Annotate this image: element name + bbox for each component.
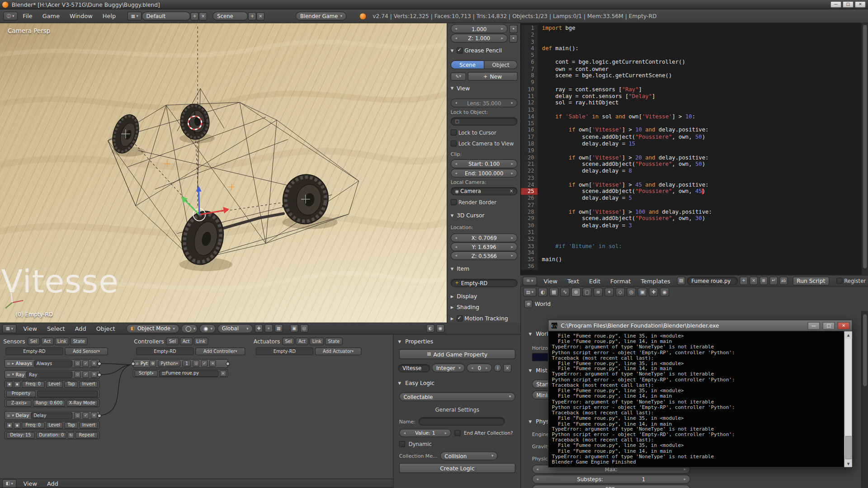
tap-toggle[interactable]: Tap [64, 422, 79, 429]
screen-layout-icon[interactable]: ▦▾ [127, 12, 142, 21]
clip-start-field[interactable]: ◂Start: 0.100▸ [451, 160, 518, 169]
scroll-up-icon[interactable]: ▲ [845, 331, 852, 338]
editor-type-icon[interactable]: ▤▾ [523, 288, 536, 297]
priority-field[interactable]: 1 [182, 360, 191, 367]
delete-layout-icon[interactable]: × [199, 12, 207, 20]
scroll-down-icon[interactable]: ▼ [845, 460, 852, 467]
item-name-field[interactable]: +Empty-RD [451, 279, 518, 287]
console-close-button[interactable]: ✕ [838, 322, 850, 329]
tab-texture[interactable]: ▣ [638, 288, 647, 297]
tab-modifiers[interactable]: ✦ [604, 288, 614, 297]
console-title-bar[interactable]: C:\ C:\Program Files\Blender Foundation\… [548, 320, 852, 331]
expand-icon[interactable]: ▾ [12, 372, 14, 377]
filename-field[interactable]: Fumee roue.py [687, 277, 738, 285]
sensor-filter-toggle[interactable]: Sel [28, 338, 40, 345]
screen-layout-field[interactable]: Default [142, 12, 191, 21]
controller-filter-toggle[interactable]: Link [193, 338, 208, 345]
add-game-property-button[interactable]: ⊞Add Game Property [399, 349, 515, 359]
console-scrollbar[interactable]: ▲ ▼ [844, 331, 852, 467]
info-menu-item[interactable]: File [18, 13, 38, 19]
text-menu-item[interactable]: Text [562, 277, 584, 284]
range-field[interactable]: Rang: 0.600 [33, 400, 65, 407]
sensor-output-socket[interactable] [98, 373, 102, 377]
word-wrap-icon[interactable]: ↵ [769, 277, 778, 285]
tab-material[interactable]: ◎ [627, 288, 636, 297]
render-border-checkbox[interactable] [451, 199, 457, 205]
add-sensor-button[interactable]: Add Sensor▾ [65, 347, 108, 355]
viewport-menu-item[interactable]: Add [70, 325, 91, 332]
drag-handle-icon[interactable]: ≡ [7, 361, 10, 366]
mode-dropdown[interactable]: ◧Object Mode▾ [126, 324, 179, 333]
axis-dropdown[interactable]: Z-axis▾ [6, 400, 31, 407]
controller-filter-toggle[interactable]: Sel [166, 338, 179, 345]
sensor-delay[interactable]: ≡ ▾ Delay Delay ▫ ✓ × [5, 411, 100, 420]
sensor-ray[interactable]: ≡ ▾ Ray Ray ▫ ✓ × [5, 370, 100, 379]
sensor-output-socket[interactable] [98, 362, 102, 366]
actuator-filter-toggle[interactable]: Sel [282, 338, 294, 345]
add-layout-icon[interactable]: + [190, 12, 198, 20]
lock-icon[interactable]: • [509, 24, 518, 33]
tab-scene[interactable]: ∿ [560, 288, 570, 297]
scrollbar-thumb[interactable] [845, 436, 851, 459]
level-toggle[interactable]: Level [46, 381, 63, 388]
console-minimize-button[interactable]: — [808, 322, 820, 329]
prop-name-field[interactable]: Vitesse [398, 364, 430, 372]
pulse-true-icon[interactable]: ▪ [6, 422, 13, 429]
system-console-window[interactable]: C:\ C:\Program Files\Blender Foundation\… [548, 320, 852, 468]
cursor-y-field[interactable]: ◂Y: 1.6396▸ [451, 242, 518, 251]
invert-toggle[interactable]: Invert [80, 422, 98, 429]
tap-toggle[interactable]: Tap [64, 381, 79, 388]
display-panel-header[interactable]: ▶Display [451, 293, 518, 299]
text-menu-item[interactable]: Templates [636, 277, 675, 284]
debug-info-icon[interactable]: i [494, 364, 501, 372]
add-actuator-button[interactable]: Add Actuator▾ [315, 347, 362, 355]
scene-field[interactable]: Scene [212, 12, 248, 21]
pulse-true-icon[interactable]: ▪ [6, 381, 13, 388]
delete-icon[interactable]: × [91, 412, 98, 419]
properties-scrollbar[interactable] [861, 311, 868, 488]
scale-y-field[interactable]: ◂1.000▸ [451, 24, 508, 33]
snap-magnet-icon[interactable]: ⌖ [264, 324, 273, 333]
controller-python[interactable]: ≡ Pyt ⊕ Python▾ 1 ▫ ✓ × [133, 359, 228, 368]
syntax-highlight-icon[interactable]: ab [779, 277, 788, 285]
tab-particles[interactable]: ✚ [649, 288, 658, 297]
create-logic-button[interactable]: Create Logic [399, 463, 515, 473]
clip-end-field[interactable]: ◂End: 1000.000▸ [451, 169, 518, 178]
sensor-filter-toggle[interactable]: State [71, 338, 88, 345]
lock-object-field[interactable]: □ [451, 117, 518, 126]
info-menu-item[interactable]: Help [98, 13, 121, 19]
grease-pencil-checkbox[interactable] [457, 47, 462, 53]
controller-mode-dropdown[interactable]: Python▾ [158, 360, 181, 367]
tab-object[interactable]: ▢ [582, 288, 592, 297]
view-panel-header[interactable]: ▼View [451, 85, 518, 91]
logic-menu-item[interactable]: View [18, 480, 42, 487]
tab-world[interactable]: ⊕ [571, 288, 581, 297]
text-menu-item[interactable]: Format [605, 277, 636, 284]
easy-logic-header[interactable]: ▼Easy Logic [398, 380, 434, 386]
gp-object-toggle[interactable]: Object [484, 60, 517, 69]
controller-input-socket[interactable] [131, 362, 135, 366]
register-checkbox[interactable] [836, 278, 842, 284]
sensor-filter-toggle[interactable]: Link [55, 338, 69, 345]
pin-icon[interactable]: ▫ [74, 412, 81, 419]
maximize-button[interactable]: □ [843, 1, 854, 8]
tab-data[interactable]: ◇ [616, 288, 625, 297]
scrollbar-thumb[interactable] [863, 314, 867, 386]
scale-z-field[interactable]: ◂Z: 1.000▸ [451, 34, 508, 43]
repeat-icon[interactable]: ↻ [68, 432, 75, 439]
cursor-panel-header[interactable]: ▼3D Cursor [451, 212, 518, 218]
transform-gizmo[interactable] [181, 186, 229, 221]
drag-handle-icon[interactable]: ≡ [7, 413, 10, 418]
lens-field[interactable]: ◂Lens: 35.000▸ [451, 99, 518, 108]
editor-type-icon[interactable]: ▦▾ [2, 324, 17, 333]
blend-mode-icon[interactable]: ⊕ [150, 360, 156, 367]
info-menu-item[interactable]: Game [38, 13, 65, 19]
lock-camera-checkbox[interactable] [451, 141, 457, 146]
delete-icon[interactable]: × [209, 360, 216, 367]
active-icon[interactable]: ✓ [82, 371, 89, 378]
actuator-filter-toggle[interactable]: State [325, 338, 342, 345]
collection-name-input[interactable] [418, 417, 505, 425]
sensor-name-field[interactable]: Ray [26, 371, 73, 378]
text-menu-item[interactable]: View [538, 277, 562, 284]
drag-handle-icon[interactable]: ≡ [7, 372, 10, 377]
